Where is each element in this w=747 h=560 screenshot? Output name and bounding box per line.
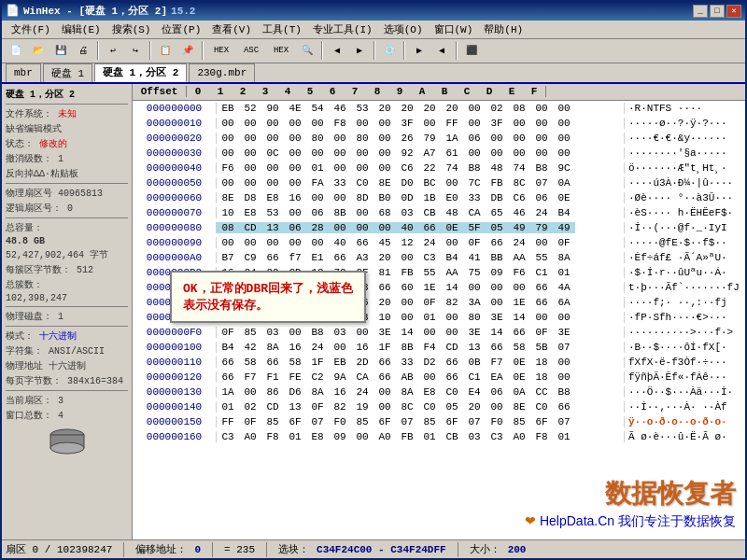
hex-byte[interactable]: 3E: [486, 312, 508, 323]
menu-item-O[interactable]: 选项(O): [378, 21, 429, 38]
hex-byte[interactable]: 0F: [553, 237, 575, 248]
hex-byte[interactable]: 03: [329, 327, 351, 338]
hex-byte[interactable]: 14: [396, 327, 418, 338]
hex-byte[interactable]: 8B: [396, 342, 418, 353]
hex-byte[interactable]: 00: [351, 118, 374, 129]
hex-byte[interactable]: FE: [284, 371, 306, 383]
hex-byte[interactable]: 00: [284, 207, 306, 218]
hex-byte[interactable]: 52: [239, 103, 261, 114]
hex-byte[interactable]: 1F: [374, 342, 396, 353]
hex-byte[interactable]: 00: [351, 222, 374, 233]
hex-byte[interactable]: 66: [374, 357, 396, 368]
hex-byte[interactable]: 00: [306, 192, 329, 203]
hex-byte[interactable]: F8: [261, 431, 284, 442]
hex-row[interactable]: 0000001400102CD130F8219008CC00520008EC06…: [133, 399, 745, 414]
hex-byte[interactable]: 07: [553, 416, 575, 427]
hex-byte[interactable]: 00: [553, 118, 575, 129]
toolbar-print[interactable]: 🖨: [73, 40, 93, 61]
hex-byte[interactable]: 05: [486, 222, 508, 233]
hex-byte[interactable]: 00: [463, 118, 486, 129]
hex-row[interactable]: 00000009000000000004066451224000F6624000…: [133, 235, 745, 250]
hex-byte[interactable]: 00: [553, 312, 575, 323]
hex-byte[interactable]: F7: [239, 371, 261, 383]
hex-byte[interactable]: FB: [486, 177, 508, 189]
hex-byte[interactable]: 55: [530, 252, 553, 263]
hex-byte[interactable]: FF: [441, 118, 463, 129]
hex-byte[interactable]: E4: [463, 386, 486, 398]
hex-byte[interactable]: 16: [284, 192, 306, 203]
hex-byte[interactable]: 10: [374, 312, 396, 323]
hex-byte[interactable]: 53: [351, 103, 374, 114]
hex-byte[interactable]: C0: [530, 401, 553, 413]
hex-byte[interactable]: 01: [553, 267, 575, 278]
hex-row[interactable]: 00000012066F7F1FEC29ACA66AB0066C1EA0E180…: [133, 370, 745, 385]
hex-byte[interactable]: C0: [418, 401, 441, 413]
hex-byte[interactable]: 00: [284, 162, 306, 174]
hex-byte[interactable]: 00: [351, 147, 374, 159]
close-button[interactable]: ✕: [726, 5, 741, 18]
hex-byte[interactable]: 10: [217, 207, 239, 218]
toolbar-search[interactable]: 🔍: [297, 40, 317, 61]
hex-byte[interactable]: 81: [374, 267, 396, 278]
menu-item-S[interactable]: 搜索(S): [106, 21, 157, 38]
hex-byte[interactable]: 1A: [441, 133, 463, 144]
hex-byte[interactable]: 20: [463, 401, 486, 413]
hex-byte[interactable]: 00: [284, 118, 306, 129]
hex-byte[interactable]: 00: [418, 371, 441, 383]
hex-byte[interactable]: 66: [508, 327, 530, 338]
hex-byte[interactable]: CB: [441, 431, 463, 442]
hex-byte[interactable]: 00: [463, 103, 486, 114]
toolbar-copy[interactable]: 📋: [155, 40, 176, 61]
hex-byte[interactable]: A0: [508, 431, 530, 442]
hex-byte[interactable]: 85: [418, 416, 441, 427]
hex-byte[interactable]: D8: [239, 192, 261, 203]
hex-byte[interactable]: 66: [217, 371, 239, 383]
hex-byte[interactable]: 00: [284, 237, 306, 248]
hex-byte[interactable]: 00: [306, 118, 329, 129]
hex-byte[interactable]: 85: [261, 416, 284, 427]
hex-byte[interactable]: E8: [239, 207, 261, 218]
hex-byte[interactable]: 00: [239, 147, 261, 159]
hex-byte[interactable]: 9A: [329, 371, 351, 383]
toolbar-zoom-out[interactable]: ◀: [431, 40, 452, 61]
hex-byte[interactable]: 00: [508, 282, 530, 293]
hex-byte[interactable]: 00: [351, 207, 374, 218]
hex-byte[interactable]: 85: [239, 327, 261, 338]
hex-byte[interactable]: 1B: [418, 192, 441, 203]
hex-byte[interactable]: B8: [463, 162, 486, 174]
hex-byte[interactable]: 00: [374, 147, 396, 159]
tab-0[interactable]: mbr: [6, 63, 41, 82]
hex-byte[interactable]: 8B: [329, 207, 351, 218]
hex-byte[interactable]: 0A: [553, 177, 575, 189]
hex-byte[interactable]: 00: [284, 133, 306, 144]
hex-byte[interactable]: 13: [261, 222, 284, 233]
hex-byte[interactable]: 00: [374, 118, 396, 129]
hex-byte[interactable]: C0: [441, 386, 463, 398]
hex-byte[interactable]: 0F: [418, 297, 441, 308]
hex-row[interactable]: 0000000A0B7C966f7E166A32000C3B441BBAA558…: [133, 250, 745, 265]
hex-byte[interactable]: 00: [329, 133, 351, 144]
hex-byte[interactable]: 00: [284, 177, 306, 189]
hex-byte[interactable]: 24: [351, 386, 374, 398]
hex-row[interactable]: 0000000F00F850300B803003E1400003E14660F3…: [133, 325, 745, 340]
hex-byte[interactable]: 03: [463, 431, 486, 442]
hex-byte[interactable]: 00: [486, 297, 508, 308]
hex-byte[interactable]: CA: [351, 371, 374, 383]
hex-byte[interactable]: F8: [329, 118, 351, 129]
hex-byte[interactable]: 0F: [463, 237, 486, 248]
hex-byte[interactable]: 58: [284, 357, 306, 368]
hex-byte[interactable]: 09: [329, 431, 351, 442]
hex-byte[interactable]: 18: [530, 371, 553, 383]
hex-byte[interactable]: 82: [329, 401, 351, 413]
hex-byte[interactable]: A0: [374, 431, 396, 442]
hex-byte[interactable]: 16: [284, 342, 306, 353]
hex-byte[interactable]: C3: [217, 431, 239, 442]
hex-byte[interactable]: 6F: [284, 416, 306, 427]
hex-byte[interactable]: 0B: [463, 357, 486, 368]
hex-byte[interactable]: 24: [306, 342, 329, 353]
toolbar-prev[interactable]: ◀: [327, 40, 347, 61]
hex-byte[interactable]: 90: [261, 103, 284, 114]
hex-byte[interactable]: 05: [441, 401, 463, 413]
hex-byte[interactable]: 19: [351, 401, 374, 413]
hex-byte[interactable]: 07: [530, 177, 553, 189]
